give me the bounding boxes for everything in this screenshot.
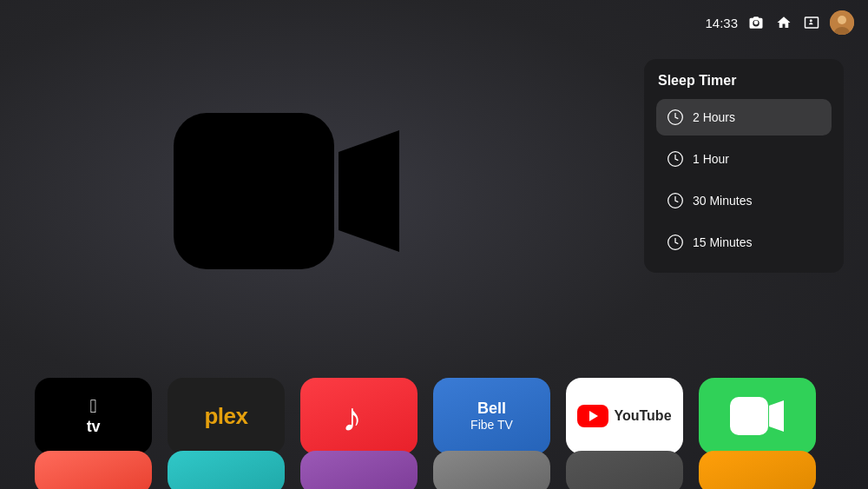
clock-time: 14:33 xyxy=(705,16,738,30)
app-bell-fibe-tv[interactable]: Bell Fibe TV xyxy=(433,378,550,454)
sleep-timer-option-30min[interactable]: 30 Minutes xyxy=(656,182,832,219)
main-app-icon-area xyxy=(43,52,538,330)
music-note-icon: ♪ xyxy=(335,393,383,440)
facetime-large-icon xyxy=(165,96,417,287)
svg-rect-9 xyxy=(730,397,768,435)
svg-rect-3 xyxy=(174,113,334,269)
app-row2-gray[interactable] xyxy=(433,451,550,489)
bell-fibe-content: Bell Fibe TV xyxy=(470,400,513,433)
app-facetime[interactable] xyxy=(699,378,816,454)
youtube-content: YouTube xyxy=(577,405,671,427)
sleep-timer-option-1hour[interactable]: 1 Hour xyxy=(656,141,832,177)
sleep-timer-title: Sleep Timer xyxy=(656,73,832,89)
clock-icon-2hours xyxy=(667,109,684,126)
sleep-timer-label-1hour: 1 Hour xyxy=(693,152,729,166)
youtube-play-button xyxy=(577,405,608,427)
app-youtube[interactable]: YouTube xyxy=(566,378,683,454)
app-music[interactable]: ♪ xyxy=(300,378,418,454)
bell-fibe-label: Fibe TV xyxy=(470,418,513,433)
apple-tv-label: tv xyxy=(87,418,100,436)
app-row2-darkgray[interactable] xyxy=(566,451,683,489)
app-dock-row1:  tv plex ♪ Bell Fibe TV YouTube xyxy=(0,378,868,454)
app-row2-teal[interactable] xyxy=(168,451,285,489)
app-row2-purple[interactable] xyxy=(300,451,418,489)
clock-icon-15min xyxy=(667,234,684,251)
bell-brand-label: Bell xyxy=(477,400,506,419)
plex-label: plex xyxy=(204,403,247,430)
app-dock-row2 xyxy=(0,451,868,489)
app-row2-orange[interactable] xyxy=(699,451,816,489)
camera-icon[interactable] xyxy=(746,13,766,32)
sleep-timer-label-2hours: 2 Hours xyxy=(693,110,735,124)
sleep-timer-option-15min[interactable]: 15 Minutes xyxy=(656,224,832,261)
facetime-dock-icon xyxy=(728,393,787,439)
youtube-label: YouTube xyxy=(614,408,671,424)
sleep-timer-label-15min: 15 Minutes xyxy=(693,235,752,249)
youtube-play-triangle xyxy=(589,411,598,421)
apple-tv-content:  tv xyxy=(87,397,100,436)
svg-text:♪: ♪ xyxy=(342,394,362,439)
app-apple-tv[interactable]:  tv xyxy=(35,378,152,454)
sleep-timer-label-30min: 30 Minutes xyxy=(693,194,752,208)
apple-logo:  xyxy=(89,397,96,416)
app-plex[interactable]: plex xyxy=(168,378,285,454)
clock-icon-1hour xyxy=(667,150,684,168)
avatar[interactable] xyxy=(830,10,854,35)
topbar: 14:33 xyxy=(705,10,854,35)
sleep-timer-option-2hours[interactable]: 2 Hours xyxy=(656,99,832,135)
app-row2-coral[interactable] xyxy=(35,451,152,489)
sleep-timer-panel: Sleep Timer 2 Hours 1 Hour 30 Minutes xyxy=(644,59,844,273)
clock-icon-30min xyxy=(667,192,684,209)
home-icon[interactable] xyxy=(774,13,793,32)
screen-share-icon[interactable] xyxy=(802,13,821,32)
svg-point-1 xyxy=(838,16,846,24)
